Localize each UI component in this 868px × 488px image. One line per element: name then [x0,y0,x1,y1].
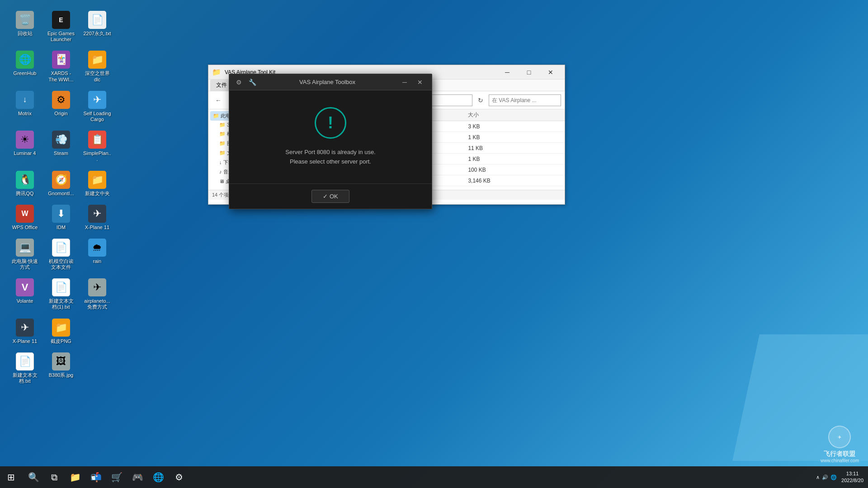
icon-rain[interactable]: 🌧 rain [81,237,113,272]
tray-volume[interactable]: 🔊 [822,474,828,480]
airplanetour-icon: ✈ [88,278,106,296]
explorer-close-button[interactable]: ✕ [540,65,561,80]
icon-cards[interactable]: 🃏 XARDS - The WWI... [45,49,77,84]
epic-games-icon: E [52,11,70,29]
self-loading-cargo-icon: ✈ [88,91,106,109]
refresh-button[interactable]: ↻ [474,94,487,107]
icon-volante[interactable]: V Volante [9,277,41,312]
new-doc-label: 新建文本文档.txt [11,372,39,384]
airplanetour-label: airplaneto... 免费方式 [83,298,111,310]
taskbar-settings[interactable]: ⚙ [169,467,189,487]
idm-icon: ⬇ [52,205,70,223]
icon-motrix[interactable]: ↓ Motrix [9,89,41,124]
dialog-titlebar: ⚙ 🔧 VAS Airplane Toolbox ─ ✕ [229,74,432,90]
b380-label: B380系.jpg [49,372,73,378]
icon-simpleplan[interactable]: 📋 SimplePlan... [81,129,113,164]
icon-grid: 🗑️ 回收站 E Epic Games Launcher 📄 2207永久.tx… [5,5,118,390]
icon-folder-dlc[interactable]: 📁 深空之世界dlc [81,49,113,84]
idm-label: IDM [57,225,66,230]
taskbar-tray: ∧ 🔊 🌐 [816,474,837,480]
greenhub-label: GreenHub [14,70,37,76]
origin-label: Origin [54,111,67,117]
taskbar-file-explorer[interactable]: 📁 [65,467,85,487]
new-txt-label: 新建文本文档(1).txt [47,298,75,310]
icon-pc-file[interactable]: 💻 此电脑·快速方式 [9,237,41,272]
volante-label: Volante [17,298,33,304]
row-size: 1 KB [464,154,565,164]
new-doc-icon: 📄 [16,352,34,371]
icon-greenhub[interactable]: 🌐 GreenHub [9,49,41,84]
row-size: 3 KB [464,121,565,132]
tray-chevron[interactable]: ∧ [816,474,820,480]
icon-steam[interactable]: 💨 Steam [45,129,77,164]
simpleplan-icon: 📋 [88,131,106,149]
icon-new-doc[interactable]: 📄 新建文本文档.txt [9,351,41,386]
explorer-minimize-button[interactable]: ─ [497,65,518,80]
taskbar-games[interactable]: 🎮 [127,467,147,487]
icon-placeholder [81,317,113,346]
taskbar-search-icon[interactable]: 🔍 [24,467,43,487]
dialog-message-line1: Server Port 8080 is already in use. [285,148,375,157]
file-2207-icon: 📄 [88,11,106,29]
icon-xplane11[interactable]: ✈ X-Plane 11 [81,203,113,232]
icon-new-txt[interactable]: 📄 新建文本文档(1).txt [45,277,77,312]
icon-luminar4[interactable]: ☀ Luminar 4 [9,129,41,164]
screenshots-label: 截皮PNG [51,338,71,344]
icon-vbox[interactable]: 📄 机模空白诶文本文件 [45,237,77,272]
icon-xplane11-2[interactable]: ✈ X-Plane 11 [9,317,41,346]
dialog-settings-icon[interactable]: ⚙ [234,77,244,87]
icon-epic-games[interactable]: E Epic Games Launcher [45,9,77,44]
row-size: 11 KB [464,143,565,154]
wps-icon: W [16,205,34,223]
dialog-title-text: VAS Airplane Toolbox [257,79,397,85]
icon-new-folder[interactable]: 📁 新建文中夹 [81,169,113,198]
icon-qq[interactable]: 🐧 腾讯QQ [9,169,41,198]
taskbar-edge[interactable]: 🌐 [148,467,168,487]
desktop: 🗑️ 回收站 E Epic Games Launcher 📄 2207永久.tx… [0,0,868,488]
start-icon: ⊞ [7,472,15,483]
watermark-text: 飞行者联盟 [821,450,859,458]
dialog-message-line2: Please select other server port. [285,157,375,167]
taskbar-task-view[interactable]: ⧉ [44,467,64,487]
icon-b380[interactable]: 🖼 B380系.jpg [45,351,77,386]
icon-file-2207[interactable]: 📄 2207永久.txt [81,9,113,44]
explorer-maximize-button[interactable]: □ [519,65,539,80]
col-size-header[interactable]: 大小 [464,109,565,121]
icon-recycle-bin[interactable]: 🗑️ 回收站 [9,9,41,44]
icon-screenshots[interactable]: 📁 截皮PNG [45,317,77,346]
dialog-close-button[interactable]: ✕ [413,76,427,89]
icon-idm[interactable]: ⬇ IDM [45,203,77,232]
taskbar-pinned-icons: 🔍 ⧉ 📁 📬 🛒 🎮 🌐 ⚙ [22,467,191,487]
folder-dlc-icon: 📁 [88,51,106,69]
icon-origin[interactable]: ⚙ Origin [45,89,77,124]
screenshots-icon: 📁 [52,319,70,337]
icon-self-loading-cargo[interactable]: ✈ Self Loading Cargo [81,89,113,124]
watermark-url: www.chinafiler.com [821,458,859,463]
new-folder-icon: 📁 [88,171,106,189]
motrix-label: Motrix [18,111,32,117]
volante-icon: V [16,278,34,296]
taskbar-store[interactable]: 🛒 [107,467,127,487]
dialog-minimize-button[interactable]: ─ [397,76,412,89]
icon-wps[interactable]: W WPS Office [9,203,41,232]
b380-icon: 🖼 [52,352,70,371]
row-size: 1 KB [464,132,565,143]
dialog-gear-icon[interactable]: 🔧 [247,77,257,87]
start-button[interactable]: ⊞ [0,466,22,488]
icon-gnomontis[interactable]: 🧭 GnomontI... [45,169,77,198]
back-button[interactable]: ← [212,94,225,107]
xplane11-2-icon: ✈ [16,319,34,337]
taskbar: ⊞ 🔍 ⧉ 📁 📬 🛒 🎮 🌐 ⚙ ∧ 🔊 🌐 13:11 2022/8/20 [0,466,868,488]
search-input[interactable] [489,94,561,106]
gnomontis-icon: 🧭 [52,171,70,189]
toolbox-dialog: ⚙ 🔧 VAS Airplane Toolbox ─ ✕ ! Server Po… [229,74,432,209]
dialog-message: Server Port 8080 is already in use. Plea… [285,148,375,167]
taskbar-mail[interactable]: 📬 [86,467,106,487]
explorer-window-controls: ─ □ ✕ [497,65,561,80]
cards-label: XARDS - The WWI... [47,70,75,82]
file-2207-label: 2207永久.txt [83,31,111,37]
tray-network[interactable]: 🌐 [830,474,837,480]
icon-airplanetour[interactable]: ✈ airplaneto... 免费方式 [81,277,113,312]
ok-button[interactable]: ✓ OK [311,190,349,203]
taskbar-clock[interactable]: 13:11 2022/8/20 [841,470,863,484]
